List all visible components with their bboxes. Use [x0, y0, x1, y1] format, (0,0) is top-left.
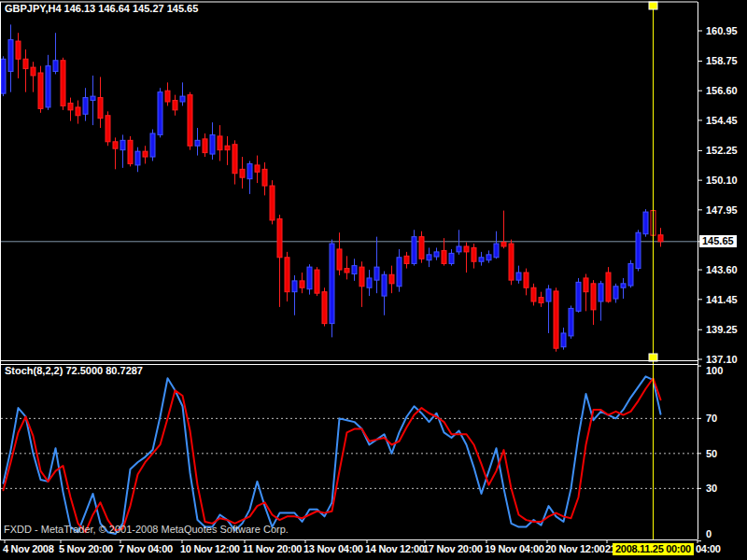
candle-body: [501, 243, 506, 246]
bull-candle: [449, 249, 454, 266]
candle-body: [591, 284, 596, 310]
candle-body: [472, 247, 476, 261]
price-axis-label: 150.10: [706, 175, 738, 187]
candle-body: [442, 250, 446, 263]
candle-body: [419, 237, 424, 259]
bear-candle: [128, 136, 133, 166]
time-axis-label: 11 Nov 20:00: [243, 543, 302, 555]
bull-candle: [486, 250, 491, 262]
candle-body: [255, 165, 260, 172]
candle-body: [128, 140, 133, 163]
candle-body: [120, 140, 125, 149]
crosshair-mid-marker[interactable]: [649, 354, 657, 361]
bull-candle: [91, 76, 95, 125]
copyright-text: FXDD - MetaTrader, © 2001-2008 MetaQuote…: [4, 524, 289, 536]
bull-candle: [158, 88, 162, 137]
bull-candle: [412, 230, 416, 265]
time-axis-label: 14 Nov 12:00: [365, 543, 425, 555]
candle-body: [218, 136, 222, 150]
price-axis-label: 160.95: [706, 25, 738, 37]
price-axis-label: 152.25: [706, 145, 738, 157]
candle-body: [636, 232, 641, 268]
current-price-label: 145.65: [699, 235, 737, 247]
bear-candle: [584, 273, 588, 311]
candle-body: [531, 287, 536, 301]
stochastic-pane[interactable]: [1, 376, 698, 534]
candle-body: [613, 287, 618, 299]
candle-body: [83, 98, 88, 115]
bear-candle: [38, 66, 43, 113]
candle-body: [16, 41, 21, 59]
bear-candle: [203, 133, 207, 157]
bull-candle: [561, 328, 566, 350]
price-axis-label: 141.45: [706, 294, 738, 306]
bear-candle: [68, 98, 73, 121]
stoch-d-line: [4, 378, 661, 532]
bull-candle: [135, 147, 140, 173]
bear-candle: [501, 211, 506, 249]
bull-candle: [382, 272, 387, 315]
bear-candle: [472, 244, 476, 269]
candle-body: [91, 96, 95, 100]
candle-body: [389, 274, 394, 284]
bear-candle: [315, 267, 319, 296]
candle-body: [277, 218, 282, 257]
crosshair-top-marker[interactable]: [649, 2, 657, 9]
price-axis-label: 143.60: [706, 264, 738, 276]
candle-body: [606, 273, 611, 301]
bull-candle: [53, 33, 58, 74]
bear-candle: [404, 252, 409, 269]
bear-candle: [285, 252, 289, 301]
price-axis-label: 137.10: [706, 354, 738, 366]
candle-body: [53, 61, 58, 72]
candle-body: [135, 151, 140, 165]
candle-body: [203, 139, 207, 153]
candle-body: [404, 256, 409, 263]
candle-body: [68, 103, 73, 109]
candle-body: [449, 253, 454, 263]
candle-body: [225, 146, 230, 149]
bull-candle: [621, 278, 626, 299]
bull-candle: [636, 230, 641, 271]
candle-body: [322, 292, 327, 324]
bull-candle: [352, 259, 357, 281]
main-price-pane[interactable]: [1, 24, 698, 351]
stoch-axis-label: 70: [706, 413, 717, 425]
time-axis-label: 17 Nov 20:00: [423, 543, 483, 555]
candle-body: [479, 258, 484, 261]
candle-body: [658, 235, 663, 242]
time-axis-label: 04:00: [696, 543, 721, 555]
price-axis-label: 139.25: [706, 324, 738, 336]
symbol-title: GBPJPY,H4 146.13 146.64 145.27 145.65: [5, 3, 198, 15]
stoch-indicator-label: Stoch(8,2,2) 72.5000 80.7287: [5, 365, 143, 377]
candle-body: [31, 67, 35, 76]
candle-body: [643, 212, 648, 234]
candle-body: [576, 282, 581, 311]
candle-body: [374, 267, 379, 280]
candle-body: [38, 73, 43, 108]
candle-body: [427, 255, 431, 260]
bull-candle: [643, 209, 648, 237]
time-axis-label: 19 Nov 04:00: [485, 543, 544, 555]
candle-body: [46, 66, 50, 107]
candle-body: [561, 333, 566, 347]
stoch-axis-label: 0: [706, 528, 712, 540]
bear-candle: [337, 232, 342, 275]
bull-candle: [210, 122, 215, 160]
chart-canvas[interactable]: [0, 0, 747, 560]
candle-body: [188, 95, 192, 147]
bull-candle: [120, 134, 125, 167]
bull-candle: [367, 270, 372, 296]
bull-candle: [195, 128, 200, 156]
candle-body: [337, 249, 342, 270]
candle-body: [315, 270, 319, 293]
candle-body: [330, 244, 334, 324]
candle-body: [457, 246, 461, 252]
bear-candle: [143, 146, 148, 163]
bull-candle: [330, 240, 334, 338]
crosshair-time-label: 2008.11.25 00:00: [613, 543, 694, 555]
candle-body: [1, 59, 6, 93]
price-axis-label: 158.75: [706, 55, 738, 67]
candle-body: [307, 267, 312, 289]
bear-candle: [658, 228, 663, 246]
